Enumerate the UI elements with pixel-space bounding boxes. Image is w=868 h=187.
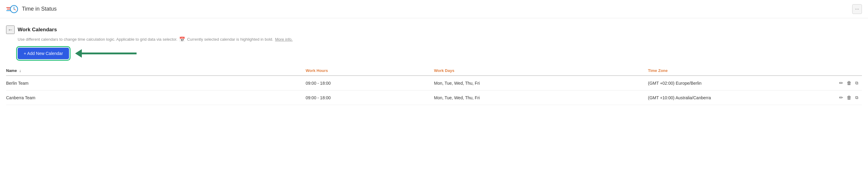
section-header: ← Work Calendars xyxy=(6,26,862,34)
section-description: Use different calendars to change time c… xyxy=(18,36,862,42)
delete-button[interactable]: 🗑 xyxy=(847,80,851,86)
svg-point-6 xyxy=(14,8,14,9)
cell-name: Canberra Team xyxy=(6,90,306,105)
description-text: Use different calendars to change time c… xyxy=(18,37,177,42)
cell-actions: ✏ 🗑 ⧉ xyxy=(819,90,862,105)
cell-work_hours: 09:00 - 18:00 xyxy=(306,76,434,90)
arrow-head xyxy=(75,49,82,58)
column-header-work-days: Work Days xyxy=(434,66,648,76)
more-info-link[interactable]: More info. xyxy=(275,37,292,42)
cell-time_zone: (GMT +10:00) Australia/Canberra xyxy=(648,90,819,105)
page-content: ← Work Calendars Use different calendars… xyxy=(0,18,868,112)
add-button-row: + Add New Calendar xyxy=(18,48,862,59)
table-body: Berlin Team09:00 - 18:00Mon, Tue, Wed, T… xyxy=(6,76,862,105)
cell-work_hours: 09:00 - 18:00 xyxy=(306,90,434,105)
back-button[interactable]: ← xyxy=(6,26,14,34)
sort-icon[interactable]: ↓ xyxy=(19,68,21,73)
arrow-shaft xyxy=(82,52,136,54)
add-new-calendar-button[interactable]: + Add New Calendar xyxy=(18,48,69,59)
more-options-button[interactable]: ··· xyxy=(852,4,862,14)
column-header-time-zone: Time Zone xyxy=(648,66,819,76)
cell-time_zone: (GMT +02:00) Europe/Berlin xyxy=(648,76,819,90)
column-header-actions xyxy=(819,66,862,76)
arrow-indicator xyxy=(75,49,136,58)
cell-work_days: Mon, Tue, Wed, Thu, Fri xyxy=(434,90,648,105)
table-row: Canberra Team09:00 - 18:00Mon, Tue, Wed,… xyxy=(6,90,862,105)
app-logo xyxy=(6,3,19,15)
header-left: Time in Status xyxy=(6,3,57,15)
app-header: Time in Status ··· xyxy=(0,0,868,18)
calendar-note-text: Currently selected calendar is highlight… xyxy=(187,37,273,42)
edit-button[interactable]: ✏ xyxy=(839,80,843,86)
cell-name: Berlin Team xyxy=(6,76,306,90)
column-header-name: Name ↓ xyxy=(6,66,306,76)
cell-actions: ✏ 🗑 ⧉ xyxy=(819,76,862,90)
edit-button[interactable]: ✏ xyxy=(839,95,843,101)
section-title: Work Calendars xyxy=(18,27,57,33)
copy-button[interactable]: ⧉ xyxy=(855,95,858,100)
calendar-icon: 📅 xyxy=(179,36,185,42)
app-title: Time in Status xyxy=(22,6,57,12)
table-header: Name ↓ Work Hours Work Days Time Zone xyxy=(6,66,862,76)
delete-button[interactable]: 🗑 xyxy=(847,95,851,101)
copy-button[interactable]: ⧉ xyxy=(855,80,858,86)
calendars-table: Name ↓ Work Hours Work Days Time Zone Be… xyxy=(6,66,862,105)
cell-work_days: Mon, Tue, Wed, Thu, Fri xyxy=(434,76,648,90)
table-row: Berlin Team09:00 - 18:00Mon, Tue, Wed, T… xyxy=(6,76,862,90)
column-header-work-hours: Work Hours xyxy=(306,66,434,76)
